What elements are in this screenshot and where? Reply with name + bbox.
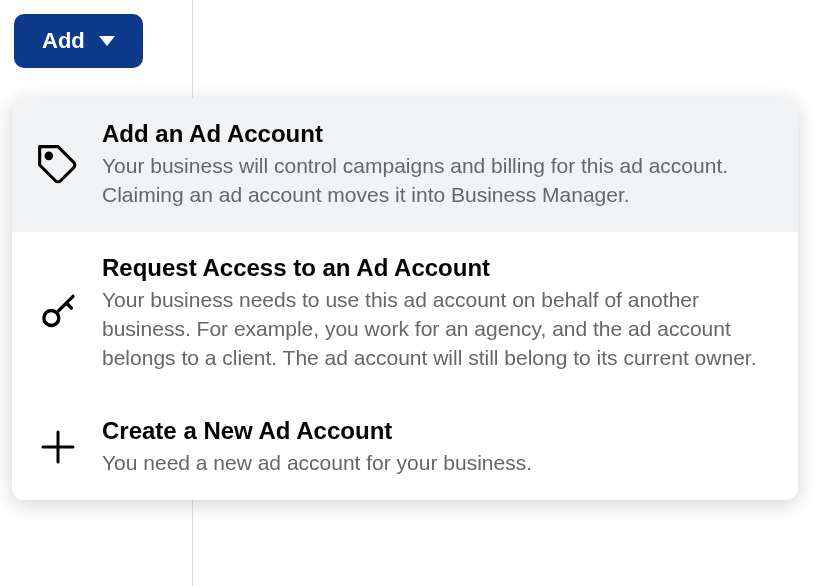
menu-item-text: Request Access to an Ad Account Your bus… bbox=[102, 254, 770, 373]
menu-item-desc: Your business needs to use this ad accou… bbox=[102, 286, 770, 373]
menu-item-title: Create a New Ad Account bbox=[102, 417, 770, 445]
menu-item-text: Add an Ad Account Your business will con… bbox=[102, 120, 770, 210]
menu-item-desc: Your business will control campaigns and… bbox=[102, 152, 770, 210]
plus-icon bbox=[36, 425, 80, 469]
add-dropdown-menu: Add an Ad Account Your business will con… bbox=[12, 98, 798, 500]
menu-item-desc: You need a new ad account for your busin… bbox=[102, 449, 770, 478]
menu-item-title: Request Access to an Ad Account bbox=[102, 254, 770, 282]
menu-item-create-new[interactable]: Create a New Ad Account You need a new a… bbox=[12, 395, 798, 500]
menu-item-title: Add an Ad Account bbox=[102, 120, 770, 148]
add-button-label: Add bbox=[42, 28, 85, 54]
menu-item-request-access[interactable]: Request Access to an Ad Account Your bus… bbox=[12, 232, 798, 395]
chevron-down-icon bbox=[99, 36, 115, 46]
key-icon bbox=[36, 291, 80, 335]
menu-item-text: Create a New Ad Account You need a new a… bbox=[102, 417, 770, 478]
price-tag-icon bbox=[36, 143, 80, 187]
svg-point-0 bbox=[46, 153, 52, 159]
menu-item-add-ad-account[interactable]: Add an Ad Account Your business will con… bbox=[12, 98, 798, 232]
add-button[interactable]: Add bbox=[14, 14, 143, 68]
